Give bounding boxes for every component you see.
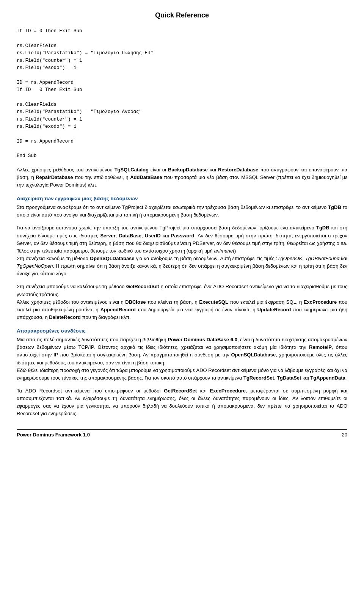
code-block-1: If ID = 0 Then Exit Sub rs.ClearFields r… xyxy=(17,28,347,160)
paragraph-2: Στα προηγούμενα αναφέραμε ότι το αντικεί… xyxy=(17,204,347,219)
footer-title: Power Dominus Framework 1.0 xyxy=(17,432,90,438)
page-title: Quick Reference xyxy=(17,11,347,19)
footer-page: 20 xyxy=(342,432,347,438)
section-title-1: Διαχείριση των εγγραφών μιας βάσης δεδομ… xyxy=(17,196,347,201)
paragraph-5: Μια από τις πολύ σημαντικές δυνατότητες … xyxy=(17,336,347,382)
page-footer: Power Dominus Framework 1.0 20 xyxy=(17,429,347,438)
section-title-2: Απομακρυσμένες συνδέσεις xyxy=(17,328,347,334)
paragraph-1: Άλλες χρήσιμες μεθόδους του αντικειμένου… xyxy=(17,166,347,189)
paragraph-6: Τα ADO Recordset αντικείμενα που επιστρέ… xyxy=(17,387,347,418)
paragraph-4: Στη συνέχεια μπορούμε να καλέσουμε τη μέ… xyxy=(17,283,347,321)
paragraph-3: Για να ανοίξουμε αυτόνομα χωρίς την ύπαρ… xyxy=(17,224,347,278)
